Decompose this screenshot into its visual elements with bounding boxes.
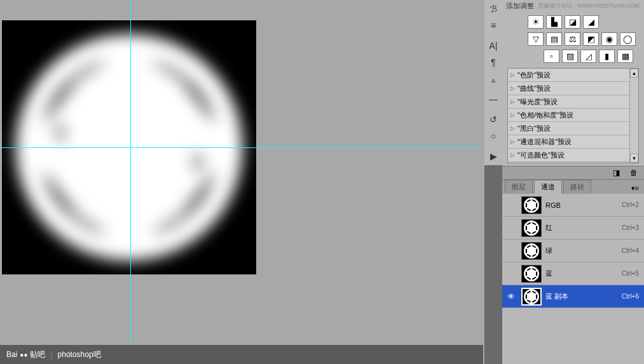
adj-photo-filter[interactable]: ◉ — [601, 32, 617, 46]
channel-thumbnail — [521, 242, 542, 260]
channel-shortcut: Ctrl+6 — [622, 293, 641, 300]
tab-paths[interactable]: 路径 — [563, 180, 591, 194]
tool-typography[interactable]: ᴬ — [486, 75, 501, 90]
adj-bw[interactable]: ◩ — [583, 32, 599, 46]
tool-circle[interactable]: ○ — [486, 128, 501, 144]
adjustment-icons: ☀ ▙ ◪ ◢ ▽ ▤ ⚖ ◩ ◉ ◯ ▫ ▨ ◿ ▮ ▩ — [502, 11, 644, 65]
adj-threshold[interactable]: ◿ — [580, 50, 596, 63]
preset-item[interactable]: ▷"通道混和器"预设 — [508, 135, 629, 149]
disclosure-arrow-icon: ▷ — [510, 85, 515, 91]
tool-character[interactable]: A| — [486, 38, 501, 53]
adj-invert[interactable]: ▫ — [544, 50, 559, 63]
tool-play[interactable]: ▶ — [486, 149, 501, 164]
tab-layers[interactable]: 图层 — [505, 180, 533, 194]
preset-label: "曝光度"预设 — [517, 97, 558, 107]
disclosure-arrow-icon: ▷ — [510, 125, 515, 131]
preset-item[interactable]: ▷"曝光度"预设 — [508, 95, 629, 109]
adj-curves[interactable]: ◪ — [565, 15, 580, 29]
channel-row[interactable]: 绿Ctrl+4 — [502, 239, 644, 262]
adj-vibrance[interactable]: ▽ — [528, 32, 544, 46]
preset-label: "色相/饱和度"预设 — [517, 111, 573, 120]
adj-exposure[interactable]: ◢ — [583, 15, 599, 29]
watermark: 思缘设计论坛 - WWW.MISSYUAN.COM — [538, 2, 640, 10]
channel-thumbnail — [521, 265, 542, 283]
svg-rect-16 — [531, 198, 532, 201]
svg-rect-17 — [531, 209, 532, 212]
tool-dash[interactable]: — — [486, 91, 501, 107]
svg-rect-53 — [531, 300, 532, 304]
disclosure-arrow-icon: ▷ — [510, 98, 515, 105]
tool-brush[interactable]: ℬ — [486, 1, 501, 17]
channel-shortcut: Ctrl+4 — [622, 247, 641, 254]
svg-rect-26 — [531, 232, 532, 235]
preset-item[interactable]: ▷"曲线"预设 — [508, 82, 629, 95]
presets-scrollbar[interactable]: ▲ ▼ — [629, 69, 638, 163]
disclosure-arrow-icon: ▷ — [510, 138, 515, 145]
preset-item[interactable]: ▷"可选颜色"预设 — [508, 149, 629, 162]
channel-row[interactable]: 蓝Ctrl+5 — [502, 262, 644, 285]
preset-label: "可选颜色"预设 — [517, 151, 565, 160]
panel-tabs: 图层 通道 路径 ▾≡ — [502, 180, 644, 194]
visibility-toggle[interactable] — [505, 267, 517, 280]
svg-rect-43 — [531, 266, 532, 269]
scroll-down[interactable]: ▼ — [630, 154, 638, 163]
preset-label: "曲线"预设 — [517, 84, 551, 93]
channel-thumbnail — [521, 219, 542, 237]
svg-rect-52 — [531, 289, 532, 292]
adjustments-header: 添加调整 思缘设计论坛 - WWW.MISSYUAN.COM — [502, 0, 644, 11]
tool-menu[interactable]: ≡ — [486, 18, 501, 33]
guide-horizontal[interactable] — [0, 147, 481, 148]
disclosure-arrow-icon: ▷ — [510, 152, 515, 158]
channel-row[interactable]: RGBCtrl+2 — [502, 194, 644, 217]
tool-strip: ℬ ≡ A| ¶ ᴬ — ↺ ○ ▶ — [484, 0, 502, 165]
preset-label: "黑白"预设 — [517, 124, 551, 133]
channel-shortcut: Ctrl+5 — [622, 270, 641, 277]
channel-thumbnail — [521, 288, 542, 306]
right-panel: 添加调整 思缘设计论坛 - WWW.MISSYUAN.COM ☀ ▙ ◪ ◢ ▽… — [502, 0, 644, 364]
tab-channels[interactable]: 通道 — [534, 180, 562, 194]
scroll-up[interactable]: ▲ — [630, 69, 638, 78]
panel-mid-bar: ◨ 🗑 — [502, 166, 644, 180]
visibility-toggle[interactable] — [505, 245, 517, 257]
svg-rect-34 — [531, 243, 532, 246]
clip-to-layer-icon[interactable]: ◨ — [610, 168, 622, 178]
preset-item[interactable]: ▷"黑白"预设 — [508, 122, 629, 135]
channel-row[interactable]: 👁 蓝 副本Ctrl+6 — [502, 285, 644, 308]
adj-brightness[interactable]: ☀ — [528, 15, 544, 29]
preset-item[interactable]: ▷"色阶"预设 — [508, 69, 629, 82]
channel-name: 红 — [545, 223, 618, 233]
channel-name: 蓝 — [545, 269, 618, 278]
disclosure-arrow-icon: ▷ — [510, 72, 515, 78]
visibility-toggle[interactable] — [505, 222, 517, 234]
channel-name: 蓝 副本 — [545, 292, 618, 301]
tab-menu-icon[interactable]: ▾≡ — [629, 183, 641, 194]
adj-balance[interactable]: ⚖ — [565, 32, 580, 46]
channel-shortcut: Ctrl+2 — [622, 201, 641, 208]
canvas-area[interactable] — [0, 0, 481, 364]
adj-posterize[interactable]: ▨ — [562, 50, 578, 63]
guide-vertical[interactable] — [130, 0, 131, 364]
channel-row[interactable]: 红Ctrl+3 — [502, 217, 644, 239]
visibility-toggle[interactable]: 👁 — [505, 290, 517, 303]
channel-thumbnail — [521, 196, 542, 214]
visibility-toggle[interactable] — [505, 199, 517, 212]
adj-selective[interactable]: ▩ — [617, 50, 633, 63]
channels-list: RGBCtrl+2 红Ctrl+3 绿Ctrl+4 蓝Ctrl+5👁 蓝 副本C… — [502, 194, 644, 364]
preset-item[interactable]: ▷"色相/饱和度"预设 — [508, 109, 629, 122]
tool-paragraph[interactable]: ¶ — [486, 55, 501, 70]
channel-shortcut: Ctrl+3 — [622, 224, 641, 231]
svg-rect-44 — [531, 278, 532, 281]
preset-label: "色阶"预设 — [517, 71, 551, 80]
tool-history[interactable]: ↺ — [486, 112, 501, 127]
channel-name: RGB — [545, 201, 618, 209]
adj-hue[interactable]: ▤ — [546, 32, 562, 46]
adj-gradient-map[interactable]: ▮ — [599, 50, 615, 63]
tool-strip-bg — [484, 165, 502, 364]
svg-rect-35 — [531, 255, 532, 258]
svg-rect-25 — [531, 220, 532, 224]
presets-panel: ▷"色阶"预设▷"曲线"预设▷"曝光度"预设▷"色相/饱和度"预设▷"黑白"预设… — [507, 68, 639, 163]
adj-levels[interactable]: ▙ — [546, 15, 562, 29]
adj-mixer[interactable]: ◯ — [620, 32, 636, 46]
disclosure-arrow-icon: ▷ — [510, 112, 515, 118]
trash-icon[interactable]: 🗑 — [627, 168, 640, 178]
